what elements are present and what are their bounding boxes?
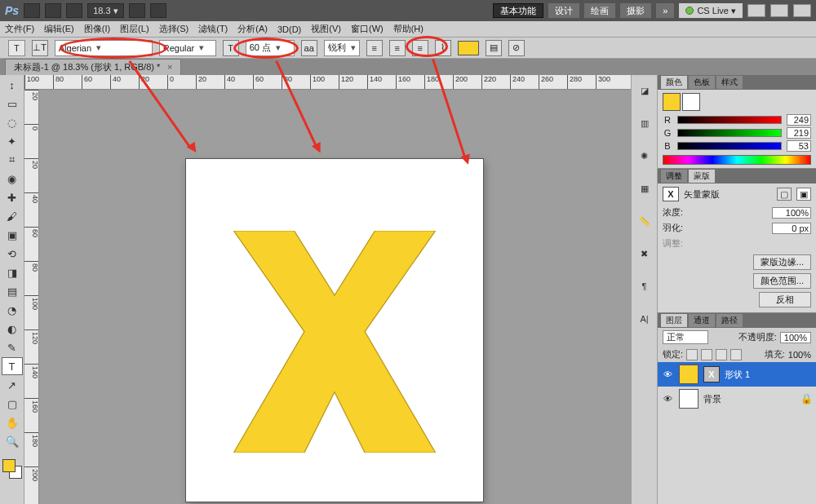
tab-masks[interactable]: 蒙版 [689,170,715,183]
mask-edge-button[interactable]: 蒙版边缘... [753,254,811,270]
visibility-eye-icon[interactable]: 👁 [661,394,674,404]
tab-layers[interactable]: 图层 [661,314,687,327]
tab-color[interactable]: 颜色 [661,76,687,89]
tool-hand[interactable]: ✋ [2,413,23,431]
r-slider[interactable] [677,116,782,124]
lock-paint-icon[interactable] [701,349,712,360]
window-min-icon[interactable] [747,4,765,17]
tool-path[interactable]: ↗ [2,376,23,394]
lock-trans-icon[interactable] [686,349,698,360]
lock-all-icon[interactable] [730,349,742,360]
tool-zoom[interactable]: 🔍 [2,432,23,450]
menu-3d[interactable]: 3D(D) [277,24,301,34]
antialias-select[interactable]: 锐利 [324,40,360,56]
workspace-paint[interactable]: 绘画 [584,3,615,18]
menu-layer[interactable]: 图层(L) [120,23,149,35]
color-range-button[interactable]: 颜色范围... [753,273,811,289]
clone-strip-icon[interactable]: A| [636,310,654,328]
tool-grad[interactable]: ▤ [2,282,23,300]
bridge-icon[interactable] [24,3,40,18]
g-slider[interactable] [677,129,782,137]
menu-image[interactable]: 图像(I) [84,23,110,35]
fill-input[interactable]: 100% [788,350,811,360]
tab-close-icon[interactable]: × [167,62,172,72]
menu-select[interactable]: 选择(S) [159,23,189,35]
fg-swatch[interactable] [2,459,16,472]
blend-mode-select[interactable]: 正常 [663,330,708,344]
brush-strip-icon[interactable]: ✖ [636,245,654,263]
pixel-mask-icon[interactable]: ▢ [777,188,792,201]
menu-view[interactable]: 视图(V) [311,23,341,35]
document-tab[interactable]: 未标题-1 @ 18.3% (形状 1, RGB/8) * × [5,59,181,75]
menu-help[interactable]: 帮助(H) [393,23,424,35]
feather-input[interactable]: 0 px [772,223,811,234]
char-panel-icon[interactable]: ▤ [486,40,502,56]
vector-mask-icon[interactable]: ▣ [796,188,811,201]
screenmode-icon[interactable] [150,3,166,18]
tab-paths[interactable]: 路径 [716,314,743,327]
align-left-icon[interactable]: ≡ [366,40,383,56]
tool-lasso[interactable]: ◌ [2,113,23,131]
cslive-button[interactable]: CS Live ▾ [679,3,743,18]
tool-eyedrop[interactable]: ◉ [2,170,23,188]
menu-analysis[interactable]: 分析(A) [237,23,268,35]
minibridge-icon[interactable] [45,3,61,18]
density-input[interactable]: 100% [772,207,811,219]
tool-blur[interactable]: ◔ [2,301,23,319]
info-strip-icon[interactable]: 📏 [636,212,654,230]
r-value[interactable]: 249 [787,114,811,126]
tab-channels[interactable]: 通道 [689,314,715,327]
tool-crop[interactable]: ⌗ [2,151,23,169]
layer-row[interactable]: 👁X形状 1 [658,362,816,387]
tool-pen[interactable]: ✎ [2,338,23,356]
layer-row[interactable]: 👁背景🔒 [658,387,816,411]
document-canvas[interactable] [186,159,483,502]
window-restore-icon[interactable] [770,4,788,17]
workspace-more[interactable]: » [656,3,674,18]
text-orientation-icon[interactable]: ⊥T [32,40,48,56]
spectrum-bar[interactable] [663,155,811,165]
window-close-icon[interactable] [793,4,811,17]
menu-edit[interactable]: 编辑(E) [44,23,74,35]
tool-wand[interactable]: ✦ [2,132,23,150]
b-value[interactable]: 53 [787,140,811,152]
tab-swatches[interactable]: 色板 [689,76,715,89]
fg-bg-swatches[interactable] [2,459,22,479]
zoom-display[interactable]: 18.3 ▾ [87,3,123,18]
tool-eraser[interactable]: ◨ [2,263,23,281]
tool-stamp[interactable]: ▣ [2,226,23,244]
menu-file[interactable]: 文件(F) [5,23,34,35]
canvas-viewport[interactable] [39,90,631,504]
shape-x[interactable] [233,231,436,453]
histogram-strip-icon[interactable]: ▥ [636,114,654,132]
arrange-icon[interactable] [129,3,145,18]
lock-move-icon[interactable] [716,349,727,360]
color-fg-swatch[interactable] [663,93,681,111]
workspace-basic[interactable]: 基本功能 [493,3,543,18]
menu-window[interactable]: 窗口(W) [351,23,384,35]
tool-type[interactable]: T [2,357,23,375]
tool-dodge[interactable]: ◐ [2,320,23,338]
cancel-icon[interactable]: ⊘ [508,40,525,56]
workspace-design[interactable]: 设计 [548,3,579,18]
menu-filter[interactable]: 滤镜(T) [198,23,228,35]
text-tool-indicator[interactable]: T [8,40,25,56]
tool-rect[interactable]: ▢ [2,395,23,413]
visibility-eye-icon[interactable]: 👁 [661,369,674,379]
swatches-strip-icon[interactable]: ◪ [636,82,654,99]
workspace-photo[interactable]: 摄影 [620,3,651,18]
align-center-icon[interactable]: ≡ [389,40,406,56]
viewmode-icon[interactable] [66,3,82,18]
text-color-swatch[interactable] [458,41,479,55]
invert-button[interactable]: 反相 [759,292,811,307]
b-slider[interactable] [677,142,782,150]
font-style-select[interactable]: Regular [159,40,216,56]
para-strip-icon[interactable]: ¶ [636,277,654,295]
adjust-strip-icon[interactable]: ✺ [636,147,654,165]
opacity-input[interactable]: 100% [780,332,811,343]
color-bg-swatch[interactable] [682,93,700,111]
tab-styles[interactable]: 样式 [716,76,743,89]
tool-brush[interactable]: 🖌 [2,207,23,225]
tool-history[interactable]: ⟲ [2,245,23,263]
tab-adjustments[interactable]: 调整 [661,170,687,183]
